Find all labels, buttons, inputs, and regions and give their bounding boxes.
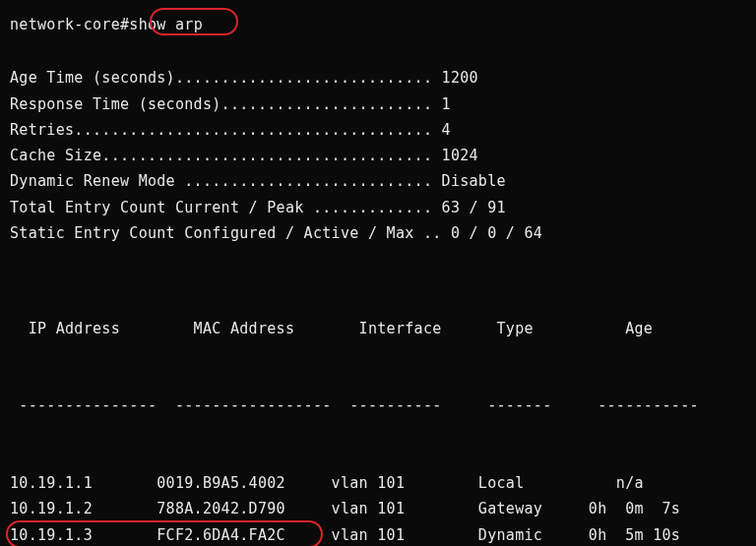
prompt-command: show arp bbox=[129, 16, 203, 33]
table-row: 10.19.1.1 0019.B9A5.4002 vlan 101 Local … bbox=[10, 470, 746, 496]
settings-row: Cache Size..............................… bbox=[10, 143, 746, 168]
settings-row: Age Time (seconds)......................… bbox=[10, 65, 746, 91]
settings-row: Dynamic Renew Mode .....................… bbox=[10, 168, 746, 194]
table-row: 10.19.1.3 FCF2.6DA4.FA2C vlan 101 Dynami… bbox=[10, 522, 746, 547]
settings-row: Retries.................................… bbox=[10, 117, 746, 143]
settings-row: Total Entry Count Current / Peak .......… bbox=[10, 195, 746, 220]
arp-table-header: IP Address MAC Address Interface Type Ag… bbox=[10, 316, 746, 341]
settings-row: Response Time (seconds).................… bbox=[10, 91, 746, 117]
arp-table-body: 10.19.1.1 0019.B9A5.4002 vlan 101 Local … bbox=[10, 470, 746, 546]
row-highlight-annotation bbox=[6, 520, 323, 547]
settings-row: Static Entry Count Configured / Active /… bbox=[10, 220, 746, 246]
arp-settings-block: Age Time (seconds)......................… bbox=[10, 65, 746, 246]
arp-table: IP Address MAC Address Interface Type Ag… bbox=[10, 264, 746, 546]
terminal-prompt-line[interactable]: network-core#show arp bbox=[10, 12, 746, 37]
table-row: 10.19.1.2 788A.2042.D790 vlan 101 Gatewa… bbox=[10, 496, 746, 521]
arp-table-underline: --------------- ----------------- ------… bbox=[10, 393, 746, 418]
prompt-host: network-core# bbox=[10, 16, 129, 33]
